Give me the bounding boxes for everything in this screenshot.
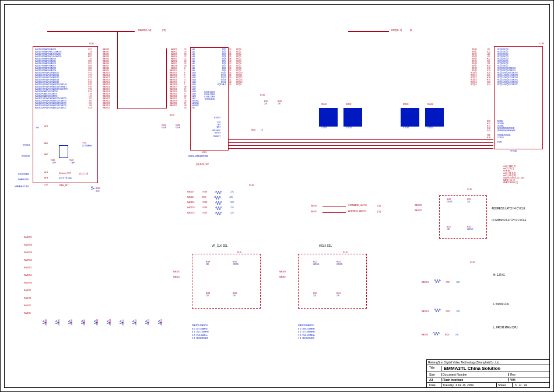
u501-left-pinno: 2524232221201918876543214817169101126272… — [184, 48, 187, 109]
u1a-left-pins: RADD0/STRAP0/GADD0RADD1/STRAP1/MCLK/GADD… — [35, 48, 68, 109]
sheet-b: 24 — [521, 383, 530, 387]
sysrstb-lbl: SYSRSTB — [18, 173, 29, 176]
rn503-val: 4.7KX4 — [403, 127, 409, 129]
wire — [117, 31, 118, 108]
bus-radd — [47, 31, 135, 32]
pull-rail: D3.3V — [260, 94, 265, 96]
rn502-val: 4.7KX4 — [346, 127, 352, 129]
u501-right-pins: DQ0DQ1DQ2DQ3DQ4DQ5DQ6DQ7DQ8DQ9DQ10DQ11DQ… — [218, 48, 226, 86]
title-lbl: Title — [428, 366, 441, 371]
vrclk-title: VR_CLK SEL — [212, 244, 227, 247]
crystal-icon — [59, 145, 68, 158]
u1b-pinno: J22K22L22L21H22H21J23H23K18K19K20K21H18H… — [487, 48, 490, 86]
addr-radd25: RADD25 — [415, 209, 422, 212]
vrclk-box — [192, 254, 261, 309]
vrclk-table: RADD5:RADD4 0 0: 327.68MHz0 1: 262.144MH… — [192, 324, 209, 341]
u1b-left-nets: RDQ0RDQ1RDQ2RDQ3RDQ4RDQ5RDQ6RDQ7RDQ8RDQ9… — [471, 48, 477, 86]
r509-val: 4.7K — [96, 190, 100, 192]
bus-radd-ref: [7,8] — [162, 29, 166, 32]
u501-note: [18] NOR_WP — [196, 163, 209, 166]
r533-val: 22K — [206, 263, 209, 265]
c501-val: 15pF — [52, 162, 56, 164]
size: A3 — [428, 378, 441, 382]
date: Tuesday, June 16, 2009 — [441, 383, 497, 387]
u501-right-pinno: 29313335384042443032343639414345 — [229, 48, 232, 86]
mclk-title: MCLK SEL — [319, 244, 332, 247]
rev: V04 — [509, 378, 516, 382]
u501-ctrl: RY/BY# CE#OE#WE# WP#/ACCBYTE# RESET# — [212, 114, 221, 138]
r509-ref: R509 — [96, 187, 100, 190]
y501-ref: Y501 — [82, 142, 86, 144]
cmdlatch-a-sig: COMMAND_LATCH — [348, 204, 367, 206]
nmirstrb-lbl: NMIRSTB — [18, 178, 29, 181]
u501-alt: S29GL512N/S29GL256N/S29GL128N/S29GL064N — [204, 91, 215, 100]
sysrstb-pin: AD4 — [44, 172, 48, 174]
u1a-right-nets: RADD0RADD1RADD2RADD3RADD4RADD5RADD6RADD7… — [103, 48, 110, 109]
rev-lbl: Rev — [509, 373, 516, 376]
cmdlatch-b-sig: ADDRESS_LATCH — [348, 210, 366, 212]
u1b-ctrl-pinno: R23H24E17G18G19 F18E18 — [487, 120, 490, 139]
vrclk-rail: D3.3V — [237, 251, 241, 254]
wire — [228, 145, 493, 146]
sysrstb-sig-ref: [4,5,17,18] — [79, 173, 88, 175]
rn503-icon — [401, 108, 419, 127]
addr-note-a: ADDRESS LATCH:4 CYCLE — [492, 207, 525, 210]
bus-rdq-label: RDQ[0..7] — [391, 29, 402, 32]
vrclk-radd5: RADD5 — [173, 271, 180, 273]
wire — [322, 212, 346, 213]
rstrap-row1: RADD19 R527 22K — [422, 275, 460, 285]
u501-ref: U501 — [202, 151, 206, 153]
r516-val: 22K — [467, 201, 470, 203]
nmirstrb-pin: AD3 — [44, 177, 48, 179]
u1b-nets: extCI_WAIT [7]extCI_CS [7]ROE [8]extCI_O… — [503, 165, 524, 184]
r521-val: 22K/NC — [313, 263, 320, 265]
c502-val: 15pF — [71, 162, 75, 164]
docnum-lbl: Document Number — [441, 373, 509, 376]
cmdlatch-a-net: RADD1 — [311, 205, 317, 207]
rn501-icon — [319, 108, 338, 127]
rn503-ref: RN503 — [403, 103, 408, 106]
schematic-sheet: RADD[0..14] [7,8] RDQ[0..7] [8] U1A RADD… — [0, 0, 554, 392]
u501-dq-nets: RDQ0RDQ1RDQ2RDQ3RDQ4RDQ5RDQ6RDQ7RDQ8RDQ9… — [236, 48, 243, 86]
r530-val: 22K/NC — [447, 201, 453, 203]
r501-val: 22K — [264, 103, 267, 105]
c504-val: 0.1uF — [162, 127, 166, 129]
sheet-lbl: Sheet — [497, 383, 513, 387]
addr-sel-rail: D3.3V — [467, 188, 472, 191]
rn504-icon — [425, 108, 444, 127]
bus-radd-label: RADD[0..14] — [138, 29, 151, 32]
date-lbl: Date: — [428, 383, 441, 387]
title: EMMA3TL China Solution — [441, 366, 500, 371]
mclk-radd2: RADD2 — [279, 276, 286, 278]
strap-nets: RADD21RADD18RADD16RADD13RADD12RADD11RADD… — [24, 234, 32, 317]
title-block: RaisingSun Digital Video Technology(Shan… — [426, 359, 550, 388]
size-lbl: Size — [428, 373, 441, 376]
u501-addr-nets: RADD1RADD2RADD3RADD4RADD5RADD6RADD7RADD8… — [170, 48, 177, 107]
vrclk-radd4: RADD4 — [173, 276, 180, 278]
u501-left-pins: A0A1A2A3A4A5A6A7A8A9A10A11A12A13A14A15A1… — [192, 48, 199, 109]
subtitle: Flash Interface — [441, 378, 509, 382]
wire — [228, 148, 493, 149]
rn504-ref: RN504 — [427, 103, 433, 106]
addr-note-b: COMMAND LATCH:1 CYCLE — [492, 219, 526, 222]
wire — [322, 206, 346, 207]
rstrap-rail: D3.3V — [470, 261, 475, 264]
rstrap-note1: H: EJTAG — [493, 274, 505, 276]
r523-val: 22K/NC — [336, 263, 343, 265]
ejcint-pin: U20 — [44, 184, 48, 186]
sheet-a: 3 — [513, 383, 519, 387]
sysxo-pin: AE2 — [44, 153, 48, 156]
wire — [228, 142, 493, 143]
r528-val: 22K — [278, 103, 280, 105]
nmirstrb-tp: FCT2 TP-C66 — [59, 177, 72, 180]
mclk-rail: D3.3V — [343, 251, 348, 254]
mid-res-rows: RADD17R51822K RADD6R51922K RADD15R52022K… — [187, 191, 234, 217]
rstrap-note3: L: FROM MAIN CPU — [493, 326, 518, 329]
r517-val: 22K — [447, 228, 450, 230]
sysxo-lbl: SYSXO — [22, 155, 30, 158]
mclk-table: RADD3:RADD2 0 0: 393.216MHz0 1: 327.680M… — [298, 324, 315, 341]
addr-radd24: RADD24 — [415, 204, 422, 206]
midres-rail: D3.3V — [249, 184, 254, 187]
u501-part: S29GL128N10TFI010 — [188, 155, 208, 158]
u1b-right-labels: RDQ0/GDQ0RDQ1/GDQ1RDQ2/GDQ2RDQ3/GDQ3RDQ4… — [497, 48, 518, 86]
